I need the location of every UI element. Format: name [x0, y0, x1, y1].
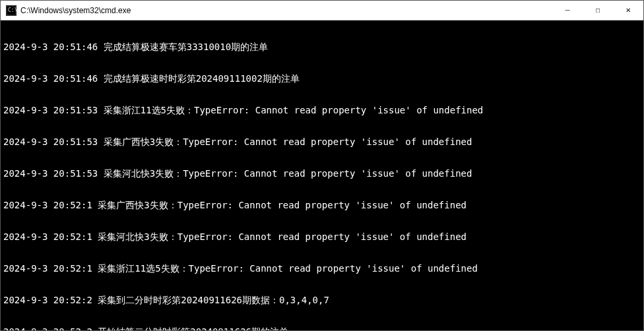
log-line: 2024-9-3 20:52:1 采集广西快3失败：TypeError: Can… — [3, 200, 641, 210]
log-line: 2024-9-3 20:51:53 采集浙江11选5失败：TypeError: … — [3, 105, 641, 115]
log-line: 2024-9-3 20:51:46 完成结算极速时时彩第202409111002… — [3, 73, 641, 84]
minimize-button[interactable]: ─ — [552, 1, 583, 20]
log-line: 2024-9-3 20:51:53 采集广西快3失败：TypeError: Ca… — [3, 136, 641, 147]
maximize-button[interactable]: □ — [583, 1, 613, 20]
log-line: 2024-9-3 20:51:53 采集河北快3失败：TypeError: Ca… — [3, 168, 641, 179]
cmd-icon: C:\ — [6, 5, 16, 16]
log-line: 2024-9-3 20:52:2 采集到二分时时彩第20240911626期数据… — [3, 295, 641, 305]
log-line: 2024-9-3 20:52:2 开始结算二分时时彩第20240911626期的… — [3, 326, 641, 330]
window-controls: ─ □ ✕ — [552, 1, 643, 20]
titlebar[interactable]: C:\ C:\Windows\system32\cmd.exe ─ □ ✕ — [1, 1, 643, 20]
cmd-window: C:\ C:\Windows\system32\cmd.exe ─ □ ✕ 20… — [0, 0, 644, 331]
window-title: C:\Windows\system32\cmd.exe — [20, 6, 552, 15]
svg-text:C:\: C:\ — [8, 7, 16, 13]
terminal-output[interactable]: 2024-9-3 20:51:46 完成结算极速赛车第33310010期的注单 … — [1, 20, 643, 330]
log-line: 2024-9-3 20:51:46 完成结算极速赛车第33310010期的注单 — [3, 42, 641, 52]
log-line: 2024-9-3 20:52:1 采集浙江11选5失败：TypeError: C… — [3, 263, 641, 274]
close-button[interactable]: ✕ — [613, 1, 643, 20]
log-line: 2024-9-3 20:52:1 采集河北快3失败：TypeError: Can… — [3, 231, 641, 242]
